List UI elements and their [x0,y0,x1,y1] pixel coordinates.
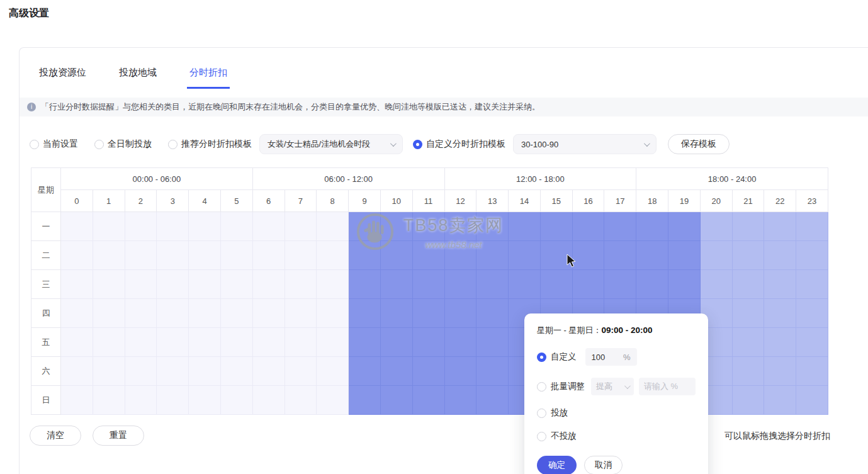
schedule-cell[interactable] [61,386,93,415]
tab-time-discount[interactable]: 分时折扣 [187,67,230,89]
schedule-cell[interactable] [253,212,285,241]
schedule-cell[interactable] [285,357,317,386]
schedule-cell[interactable] [93,328,125,357]
clear-button[interactable]: 清空 [30,426,81,446]
schedule-cell[interactable] [733,357,765,386]
schedule-cell[interactable] [285,386,317,415]
schedule-cell[interactable] [157,357,189,386]
schedule-cell[interactable] [796,386,828,415]
schedule-cell[interactable] [476,299,509,328]
schedule-cell[interactable] [541,212,573,241]
schedule-cell[interactable] [349,386,381,415]
schedule-cell[interactable] [93,241,125,270]
radio-current-setting[interactable] [30,140,39,149]
schedule-cell[interactable] [476,241,509,270]
schedule-cell[interactable] [509,212,541,241]
schedule-cell[interactable] [189,241,221,270]
schedule-cell[interactable] [221,212,253,241]
radio-custom[interactable] [537,353,546,362]
schedule-cell[interactable] [93,299,125,328]
schedule-cell[interactable] [349,212,381,241]
schedule-cell[interactable] [349,357,381,386]
schedule-cell[interactable] [381,299,413,328]
schedule-cell[interactable] [764,241,796,270]
schedule-cell[interactable] [61,241,93,270]
custom-percent-input[interactable]: 100 % [585,348,637,366]
save-template-button[interactable]: 保存模板 [668,134,730,154]
schedule-cell[interactable] [189,328,221,357]
schedule-cell[interactable] [125,299,157,328]
schedule-cell[interactable] [285,328,317,357]
schedule-cell[interactable] [413,357,445,386]
schedule-cell[interactable] [445,357,477,386]
schedule-cell[interactable] [796,212,828,241]
schedule-cell[interactable] [317,212,349,241]
schedule-cell[interactable] [317,299,349,328]
option-current-setting[interactable]: 当前设置 [30,138,78,150]
schedule-cell[interactable] [764,357,796,386]
schedule-cell[interactable] [253,270,285,299]
radio-custom-template[interactable] [413,140,422,149]
schedule-cell[interactable] [349,299,381,328]
schedule-cell[interactable] [317,357,349,386]
schedule-cell[interactable] [764,299,796,328]
schedule-cell[interactable] [668,270,701,299]
schedule-cell[interactable] [764,212,796,241]
schedule-cell[interactable] [733,270,765,299]
recommended-template-select[interactable]: 女装/女士精品/洼地机会时段 [259,134,403,154]
confirm-button[interactable]: 确定 [537,456,577,474]
schedule-cell[interactable] [189,299,221,328]
schedule-cell[interactable] [764,270,796,299]
schedule-cell[interactable] [701,270,733,299]
schedule-cell[interactable] [349,270,381,299]
schedule-cell[interactable] [125,241,157,270]
schedule-cell[interactable] [221,386,253,415]
schedule-cell[interactable] [221,328,253,357]
schedule-cell[interactable] [61,212,93,241]
custom-template-select[interactable]: 30-100-90 [513,134,657,154]
schedule-cell[interactable] [381,212,413,241]
schedule-cell[interactable] [189,357,221,386]
schedule-cell[interactable] [189,386,221,415]
schedule-cell[interactable] [125,328,157,357]
schedule-cell[interactable] [445,241,477,270]
schedule-cell[interactable] [317,270,349,299]
schedule-cell[interactable] [349,328,381,357]
schedule-cell[interactable] [61,299,93,328]
schedule-cell[interactable] [636,270,668,299]
schedule-cell[interactable] [476,270,509,299]
schedule-cell[interactable] [733,386,765,415]
reset-button[interactable]: 重置 [93,426,144,446]
schedule-cell[interactable] [285,241,317,270]
schedule-cell[interactable] [157,241,189,270]
schedule-cell[interactable] [93,270,125,299]
schedule-cell[interactable] [157,270,189,299]
schedule-cell[interactable] [285,212,317,241]
radio-deliver[interactable] [537,409,546,418]
schedule-cell[interactable] [476,386,509,415]
adjust-direction-select[interactable]: 提高 [591,378,634,395]
schedule-cell[interactable] [157,386,189,415]
schedule-cell[interactable] [445,212,477,241]
tab-region[interactable]: 投放地域 [116,67,159,89]
schedule-cell[interactable] [476,328,509,357]
schedule-cell[interactable] [733,328,765,357]
radio-full-day[interactable] [94,140,104,149]
adjust-percent-input[interactable]: 请输入 % [639,378,696,395]
schedule-cell[interactable] [733,212,765,241]
schedule-cell[interactable] [221,241,253,270]
schedule-cell[interactable] [93,357,125,386]
schedule-cell[interactable] [61,270,93,299]
schedule-cell[interactable] [157,212,189,241]
schedule-cell[interactable] [61,328,93,357]
schedule-cell[interactable] [509,270,541,299]
schedule-cell[interactable] [796,241,828,270]
schedule-cell[interactable] [285,299,317,328]
schedule-cell[interactable] [253,386,285,415]
schedule-cell[interactable] [125,270,157,299]
radio-recommended-template[interactable] [168,140,178,149]
schedule-cell[interactable] [125,386,157,415]
schedule-cell[interactable] [413,212,445,241]
schedule-cell[interactable] [764,386,796,415]
schedule-cell[interactable] [93,386,125,415]
